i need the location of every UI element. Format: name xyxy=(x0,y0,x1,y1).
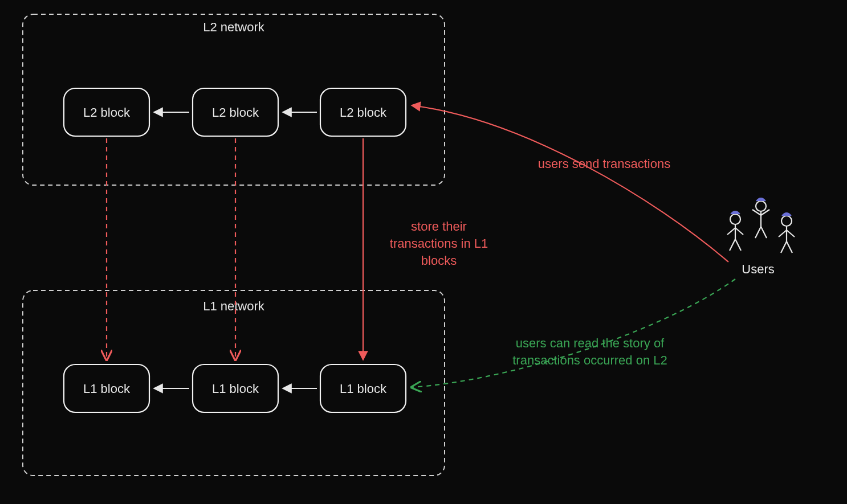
svg-line-9 xyxy=(735,228,743,235)
svg-line-8 xyxy=(727,228,735,235)
l2-block-3: L2 block xyxy=(320,88,406,136)
svg-point-6 xyxy=(730,214,740,224)
l1-block-2-label: L1 block xyxy=(212,382,259,396)
read-annotation-line1: users can read the story of xyxy=(516,336,665,350)
store-annotation-line1: store their xyxy=(411,219,467,233)
users-label: Users xyxy=(742,262,774,276)
svg-line-10 xyxy=(730,239,735,251)
svg-point-18 xyxy=(781,216,792,226)
svg-line-16 xyxy=(755,227,761,238)
users-send-annotation: users send transactions xyxy=(538,157,670,171)
svg-line-11 xyxy=(735,239,741,251)
l1-block-3: L1 block xyxy=(320,364,406,412)
diagram-canvas: L2 network L2 block L2 block L2 block L1… xyxy=(0,0,847,504)
l1-block-1-label: L1 block xyxy=(83,382,131,396)
l2-block-2: L2 block xyxy=(193,88,278,136)
l2-block-1: L2 block xyxy=(64,88,149,136)
l1-block-3-label: L1 block xyxy=(340,382,387,396)
store-annotation-line2: transactions in L1 xyxy=(390,236,488,251)
l1-block-2: L1 block xyxy=(193,364,278,412)
arrow-users-read xyxy=(412,279,735,387)
l1-block-1: L1 block xyxy=(64,364,149,412)
l2-block-1-label: L2 block xyxy=(83,105,131,120)
svg-line-23 xyxy=(787,241,792,253)
svg-line-17 xyxy=(761,227,767,238)
svg-line-15 xyxy=(761,210,769,215)
user-figure-3 xyxy=(779,213,795,253)
l2-block-3-label: L2 block xyxy=(340,105,387,120)
users-icon xyxy=(727,198,795,253)
l2-block-2-label: L2 block xyxy=(212,105,259,120)
user-figure-1 xyxy=(727,211,743,251)
l1-network-title: L1 network xyxy=(203,299,265,313)
svg-point-12 xyxy=(756,201,766,211)
svg-line-22 xyxy=(781,241,787,253)
svg-line-21 xyxy=(787,230,795,237)
l2-network-title: L2 network xyxy=(203,20,265,34)
svg-line-14 xyxy=(752,210,761,215)
l2-network-box xyxy=(23,14,445,185)
svg-line-20 xyxy=(779,230,787,237)
user-figure-2 xyxy=(752,198,769,238)
store-annotation-line3: blocks xyxy=(421,253,457,268)
read-annotation-line2: transactions occurred on L2 xyxy=(512,353,667,367)
